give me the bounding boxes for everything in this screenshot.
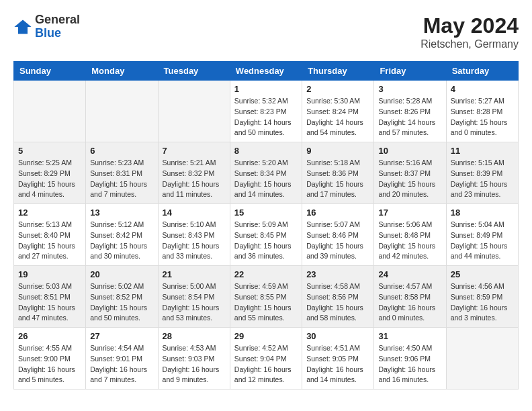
header-tuesday: Tuesday	[158, 62, 230, 81]
calendar-day-cell: 9Sunrise: 5:18 AM Sunset: 8:36 PM Daylig…	[302, 142, 374, 204]
calendar-title: May 2024	[420, 13, 519, 38]
logo-icon	[13, 17, 32, 36]
calendar-day-cell	[158, 81, 230, 142]
calendar-day-cell: 10Sunrise: 5:16 AM Sunset: 8:37 PM Dayli…	[374, 142, 446, 204]
day-info: Sunrise: 4:58 AM Sunset: 8:56 PM Dayligh…	[306, 281, 369, 324]
day-info: Sunrise: 5:06 AM Sunset: 8:48 PM Dayligh…	[378, 220, 441, 262]
day-info: Sunrise: 5:15 AM Sunset: 8:39 PM Dayligh…	[451, 158, 514, 200]
calendar-day-cell: 4Sunrise: 5:27 AM Sunset: 8:28 PM Daylig…	[446, 81, 518, 142]
calendar-week-row: 5Sunrise: 5:25 AM Sunset: 8:29 PM Daylig…	[14, 142, 519, 204]
calendar-day-cell: 22Sunrise: 4:59 AM Sunset: 8:55 PM Dayli…	[230, 266, 302, 328]
day-info: Sunrise: 5:13 AM Sunset: 8:40 PM Dayligh…	[18, 220, 81, 262]
day-number: 6	[90, 146, 153, 156]
day-number: 27	[90, 331, 153, 341]
calendar-day-cell: 13Sunrise: 5:12 AM Sunset: 8:42 PM Dayli…	[86, 204, 158, 266]
calendar-day-cell: 3Sunrise: 5:28 AM Sunset: 8:26 PM Daylig…	[374, 81, 446, 142]
day-info: Sunrise: 5:16 AM Sunset: 8:37 PM Dayligh…	[378, 158, 441, 200]
calendar-day-cell: 31Sunrise: 4:50 AM Sunset: 9:06 PM Dayli…	[374, 328, 446, 390]
calendar-day-cell: 14Sunrise: 5:10 AM Sunset: 8:43 PM Dayli…	[158, 204, 230, 266]
day-number: 9	[306, 146, 369, 156]
calendar-day-cell: 1Sunrise: 5:32 AM Sunset: 8:23 PM Daylig…	[230, 81, 302, 142]
day-number: 22	[234, 269, 298, 279]
day-number: 13	[90, 208, 153, 218]
day-number: 1	[234, 84, 298, 94]
day-info: Sunrise: 5:27 AM Sunset: 8:28 PM Dayligh…	[451, 96, 514, 138]
day-number: 10	[378, 146, 441, 156]
day-number: 30	[306, 331, 369, 341]
day-info: Sunrise: 5:18 AM Sunset: 8:36 PM Dayligh…	[306, 158, 369, 200]
day-info: Sunrise: 4:54 AM Sunset: 9:01 PM Dayligh…	[90, 343, 153, 385]
weekday-header-row: Sunday Monday Tuesday Wednesday Thursday…	[14, 62, 519, 81]
calendar-location: Rietschen, Germany	[420, 38, 519, 50]
day-info: Sunrise: 4:57 AM Sunset: 8:58 PM Dayligh…	[378, 281, 441, 324]
logo-blue: Blue	[35, 27, 80, 40]
calendar-day-cell: 12Sunrise: 5:13 AM Sunset: 8:40 PM Dayli…	[14, 204, 86, 266]
calendar-day-cell: 2Sunrise: 5:30 AM Sunset: 8:24 PM Daylig…	[302, 81, 374, 142]
day-number: 24	[378, 269, 441, 279]
header-sunday: Sunday	[14, 62, 86, 81]
day-info: Sunrise: 5:25 AM Sunset: 8:29 PM Dayligh…	[18, 158, 81, 200]
day-info: Sunrise: 4:50 AM Sunset: 9:06 PM Dayligh…	[378, 343, 441, 385]
day-number: 15	[234, 208, 298, 218]
calendar-day-cell: 7Sunrise: 5:21 AM Sunset: 8:32 PM Daylig…	[158, 142, 230, 204]
calendar-day-cell: 26Sunrise: 4:55 AM Sunset: 9:00 PM Dayli…	[14, 328, 86, 390]
calendar-day-cell: 19Sunrise: 5:03 AM Sunset: 8:51 PM Dayli…	[14, 266, 86, 328]
day-info: Sunrise: 5:09 AM Sunset: 8:45 PM Dayligh…	[234, 220, 298, 262]
page-header: General Blue May 2024 Rietschen, Germany	[13, 13, 519, 50]
header-thursday: Thursday	[302, 62, 374, 81]
day-number: 16	[306, 208, 369, 218]
header-saturday: Saturday	[446, 62, 518, 81]
day-info: Sunrise: 5:00 AM Sunset: 8:54 PM Dayligh…	[163, 281, 226, 324]
calendar-day-cell: 27Sunrise: 4:54 AM Sunset: 9:01 PM Dayli…	[86, 328, 158, 390]
title-block: May 2024 Rietschen, Germany	[420, 13, 519, 50]
calendar-day-cell: 23Sunrise: 4:58 AM Sunset: 8:56 PM Dayli…	[302, 266, 374, 328]
day-info: Sunrise: 4:51 AM Sunset: 9:05 PM Dayligh…	[306, 343, 369, 385]
day-number: 17	[378, 208, 441, 218]
calendar-week-row: 26Sunrise: 4:55 AM Sunset: 9:00 PM Dayli…	[14, 328, 519, 390]
day-number: 31	[378, 331, 441, 341]
calendar-day-cell: 16Sunrise: 5:07 AM Sunset: 8:46 PM Dayli…	[302, 204, 374, 266]
day-number: 19	[18, 269, 81, 279]
calendar-day-cell: 29Sunrise: 4:52 AM Sunset: 9:04 PM Dayli…	[230, 328, 302, 390]
calendar-day-cell: 15Sunrise: 5:09 AM Sunset: 8:45 PM Dayli…	[230, 204, 302, 266]
calendar-day-cell: 5Sunrise: 5:25 AM Sunset: 8:29 PM Daylig…	[14, 142, 86, 204]
calendar-day-cell	[86, 81, 158, 142]
day-number: 4	[451, 84, 514, 94]
day-number: 20	[90, 269, 153, 279]
day-number: 8	[234, 146, 298, 156]
day-info: Sunrise: 4:53 AM Sunset: 9:03 PM Dayligh…	[163, 343, 226, 385]
day-number: 28	[163, 331, 226, 341]
calendar-week-row: 1Sunrise: 5:32 AM Sunset: 8:23 PM Daylig…	[14, 81, 519, 142]
day-number: 12	[18, 208, 81, 218]
calendar-day-cell: 11Sunrise: 5:15 AM Sunset: 8:39 PM Dayli…	[446, 142, 518, 204]
day-info: Sunrise: 5:20 AM Sunset: 8:34 PM Dayligh…	[234, 158, 298, 200]
day-number: 23	[306, 269, 369, 279]
day-info: Sunrise: 5:02 AM Sunset: 8:52 PM Dayligh…	[90, 281, 153, 324]
day-number: 14	[163, 208, 226, 218]
day-info: Sunrise: 5:10 AM Sunset: 8:43 PM Dayligh…	[163, 220, 226, 262]
day-number: 2	[306, 84, 369, 94]
day-number: 25	[451, 269, 514, 279]
day-number: 3	[378, 84, 441, 94]
calendar-day-cell: 30Sunrise: 4:51 AM Sunset: 9:05 PM Dayli…	[302, 328, 374, 390]
day-info: Sunrise: 5:03 AM Sunset: 8:51 PM Dayligh…	[18, 281, 81, 324]
logo: General Blue	[13, 13, 80, 40]
day-number: 26	[18, 331, 81, 341]
day-number: 18	[451, 208, 514, 218]
calendar-day-cell: 21Sunrise: 5:00 AM Sunset: 8:54 PM Dayli…	[158, 266, 230, 328]
day-info: Sunrise: 5:12 AM Sunset: 8:42 PM Dayligh…	[90, 220, 153, 262]
day-info: Sunrise: 5:30 AM Sunset: 8:24 PM Dayligh…	[306, 96, 369, 138]
calendar-day-cell: 20Sunrise: 5:02 AM Sunset: 8:52 PM Dayli…	[86, 266, 158, 328]
calendar-day-cell: 28Sunrise: 4:53 AM Sunset: 9:03 PM Dayli…	[158, 328, 230, 390]
day-info: Sunrise: 4:52 AM Sunset: 9:04 PM Dayligh…	[234, 343, 298, 385]
logo-general: General	[35, 13, 80, 27]
calendar-day-cell: 25Sunrise: 4:56 AM Sunset: 8:59 PM Dayli…	[446, 266, 518, 328]
day-number: 7	[163, 146, 226, 156]
calendar-day-cell: 18Sunrise: 5:04 AM Sunset: 8:49 PM Dayli…	[446, 204, 518, 266]
calendar-table: Sunday Monday Tuesday Wednesday Thursday…	[13, 61, 519, 390]
day-info: Sunrise: 4:59 AM Sunset: 8:55 PM Dayligh…	[234, 281, 298, 324]
day-info: Sunrise: 5:04 AM Sunset: 8:49 PM Dayligh…	[451, 220, 514, 262]
day-number: 29	[234, 331, 298, 341]
day-info: Sunrise: 4:56 AM Sunset: 8:59 PM Dayligh…	[451, 281, 514, 324]
day-number: 11	[451, 146, 514, 156]
